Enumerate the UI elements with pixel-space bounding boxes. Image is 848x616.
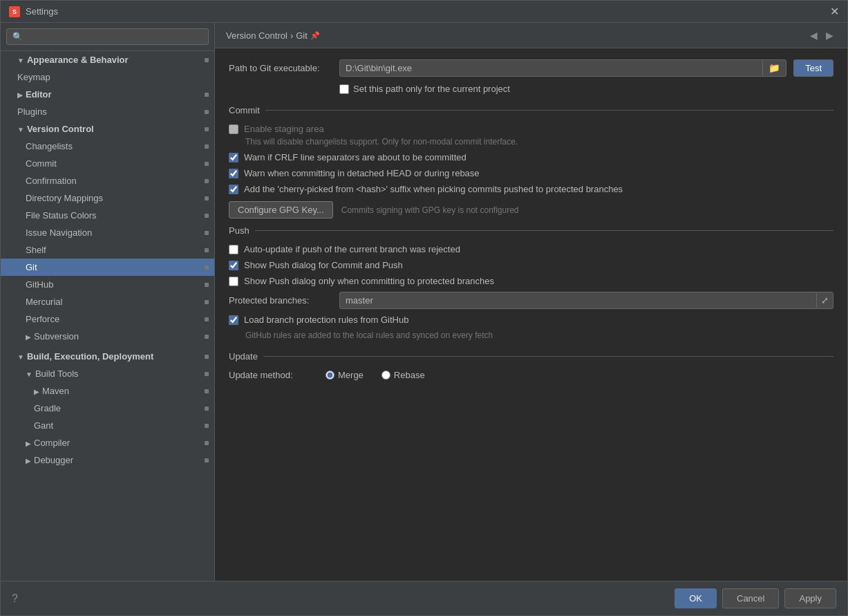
sidebar-item-mercurial[interactable]: Mercurial bbox=[1, 293, 214, 310]
load-protection-checkbox[interactable] bbox=[229, 315, 238, 325]
scroll-icon-gant bbox=[205, 424, 209, 428]
breadcrumb-pin-icon: 📌 bbox=[310, 31, 320, 40]
warn-crlf-row: Warn if CRLF line separators are about t… bbox=[229, 152, 833, 162]
gpg-row: Configure GPG Key... Commits signing wit… bbox=[229, 201, 833, 218]
expand-arrow-appearance: ▼ bbox=[17, 57, 24, 64]
scroll-icon-github bbox=[205, 283, 209, 287]
sidebar-item-version-control[interactable]: ▼Version Control bbox=[1, 120, 214, 138]
titlebar: S Settings ✕ bbox=[1, 1, 847, 23]
push-section-header: Push bbox=[229, 225, 833, 236]
scroll-icon-mercurial bbox=[205, 300, 209, 304]
sidebar-item-editor[interactable]: ▶Editor bbox=[1, 86, 214, 103]
cancel-button[interactable]: Cancel bbox=[722, 588, 779, 608]
protected-input-wrap: ⤢ bbox=[339, 292, 833, 309]
protected-branches-input[interactable] bbox=[340, 292, 816, 308]
settings-content: Path to Git executable: 📁 Test Set this … bbox=[215, 48, 847, 581]
sidebar-item-git[interactable]: Git bbox=[1, 259, 214, 276]
push-section-title: Push bbox=[229, 225, 249, 236]
main-content: ▼Appearance & Behavior Keymap ▶Editor Pl… bbox=[1, 23, 847, 581]
auto-update-checkbox[interactable] bbox=[229, 245, 238, 254]
sidebar-item-plugins[interactable]: Plugins bbox=[1, 103, 214, 120]
warn-crlf-checkbox[interactable] bbox=[229, 153, 238, 162]
merge-radio[interactable] bbox=[326, 371, 335, 380]
sidebar-item-file-status-colors[interactable]: File Status Colors bbox=[1, 207, 214, 224]
scroll-icon-be bbox=[205, 355, 209, 359]
scroll-icon-fsc bbox=[205, 214, 209, 218]
add-cherry-checkbox[interactable] bbox=[229, 185, 238, 194]
show-push-only-checkbox[interactable] bbox=[229, 277, 238, 286]
nav-forward-button[interactable]: ▶ bbox=[823, 28, 836, 42]
sidebar-item-maven[interactable]: ▶Maven bbox=[1, 382, 214, 400]
protected-expand-button[interactable]: ⤢ bbox=[816, 293, 833, 308]
expand-arrow-be: ▼ bbox=[17, 353, 24, 361]
breadcrumb-parent: Version Control bbox=[226, 30, 288, 41]
window-title: Settings bbox=[26, 6, 58, 17]
github-note: GitHub rules are added to the local rule… bbox=[229, 330, 833, 340]
push-section-line bbox=[255, 230, 833, 231]
sidebar-item-issue-navigation[interactable]: Issue Navigation bbox=[1, 224, 214, 241]
sidebar-item-appearance[interactable]: ▼Appearance & Behavior bbox=[1, 51, 214, 68]
enable-staging-checkbox[interactable] bbox=[229, 124, 238, 134]
scroll-icon-bt bbox=[205, 372, 209, 376]
protected-row: Protected branches: ⤢ bbox=[229, 292, 833, 309]
rebase-radio[interactable] bbox=[381, 371, 390, 380]
add-cherry-row: Add the 'cherry-picked from <hash>' suff… bbox=[229, 184, 833, 194]
help-button[interactable]: ? bbox=[12, 592, 18, 605]
sidebar-item-confirmation[interactable]: Confirmation bbox=[1, 172, 214, 189]
warn-detached-checkbox[interactable] bbox=[229, 169, 238, 178]
sidebar-item-gradle[interactable]: Gradle bbox=[1, 400, 214, 417]
close-button[interactable]: ✕ bbox=[830, 5, 839, 18]
sidebar-item-gant[interactable]: Gant bbox=[1, 417, 214, 434]
nav-back-button[interactable]: ◀ bbox=[807, 28, 820, 42]
set-path-label: Set this path only for the current proje… bbox=[353, 84, 510, 94]
commit-section-title: Commit bbox=[229, 105, 260, 115]
expand-arrow-debugger: ▶ bbox=[26, 457, 31, 465]
git-path-input[interactable] bbox=[340, 60, 762, 76]
load-protection-label: Load branch protection rules from GitHub bbox=[244, 315, 408, 325]
sidebar-item-keymap[interactable]: Keymap bbox=[1, 68, 214, 86]
sidebar-item-changelists[interactable]: Changelists bbox=[1, 138, 214, 155]
path-browse-button[interactable]: 📁 bbox=[762, 61, 786, 75]
show-push-only-row: Show Push dialog only when committing to… bbox=[229, 276, 833, 286]
scroll-icon-plugins bbox=[205, 110, 209, 114]
path-input-wrap: 📁 bbox=[339, 59, 786, 77]
sidebar-item-build-execution[interactable]: ▼Build, Execution, Deployment bbox=[1, 348, 214, 365]
update-section-line bbox=[263, 356, 833, 357]
sidebar-item-commit[interactable]: Commit bbox=[1, 155, 214, 172]
ok-button[interactable]: OK bbox=[675, 588, 717, 608]
commit-section-header: Commit bbox=[229, 105, 833, 115]
show-push-dialog-checkbox[interactable] bbox=[229, 261, 238, 270]
set-path-checkbox[interactable] bbox=[339, 84, 349, 94]
sidebar-item-directory-mappings[interactable]: Directory Mappings bbox=[1, 189, 214, 207]
main-panel: Version Control › Git 📌 ◀ ▶ Path to Git … bbox=[215, 23, 847, 581]
scroll-icon-compiler bbox=[205, 441, 209, 445]
merge-label: Merge bbox=[338, 370, 364, 380]
test-button[interactable]: Test bbox=[793, 59, 833, 77]
configure-gpg-button[interactable]: Configure GPG Key... bbox=[229, 201, 333, 218]
apply-button[interactable]: Apply bbox=[784, 588, 836, 608]
path-row: Path to Git executable: 📁 Test bbox=[229, 59, 833, 77]
breadcrumb: Version Control › Git 📌 bbox=[226, 30, 320, 41]
auto-update-label: Auto-update if push of the current branc… bbox=[244, 244, 460, 254]
sidebar-item-perforce[interactable]: Perforce bbox=[1, 310, 214, 328]
path-label: Path to Git executable: bbox=[229, 63, 332, 73]
sidebar-item-subversion[interactable]: ▶Subversion bbox=[1, 328, 214, 345]
add-cherry-label: Add the 'cherry-picked from <hash>' suff… bbox=[244, 184, 623, 194]
expand-arrow-maven: ▶ bbox=[34, 388, 39, 395]
search-box bbox=[1, 23, 214, 51]
footer-buttons: OK Cancel Apply bbox=[675, 588, 836, 608]
sidebar-item-build-tools[interactable]: ▼Build Tools bbox=[1, 365, 214, 382]
sidebar-item-shelf[interactable]: Shelf bbox=[1, 241, 214, 259]
scroll-icon-maven bbox=[205, 389, 209, 393]
breadcrumb-nav: ◀ ▶ bbox=[807, 28, 836, 42]
sidebar-item-compiler[interactable]: ▶Compiler bbox=[1, 434, 214, 451]
rebase-option: Rebase bbox=[381, 370, 425, 380]
scroll-icon-commit bbox=[205, 162, 209, 166]
search-input[interactable] bbox=[6, 28, 209, 45]
enable-staging-row: Enable staging area bbox=[229, 124, 833, 134]
sidebar-item-github[interactable]: GitHub bbox=[1, 276, 214, 293]
sidebar-item-debugger[interactable]: ▶Debugger bbox=[1, 451, 214, 469]
expand-arrow-vc: ▼ bbox=[17, 126, 24, 133]
update-section-title: Update bbox=[229, 351, 258, 362]
expand-arrow-compiler: ▶ bbox=[26, 440, 31, 447]
